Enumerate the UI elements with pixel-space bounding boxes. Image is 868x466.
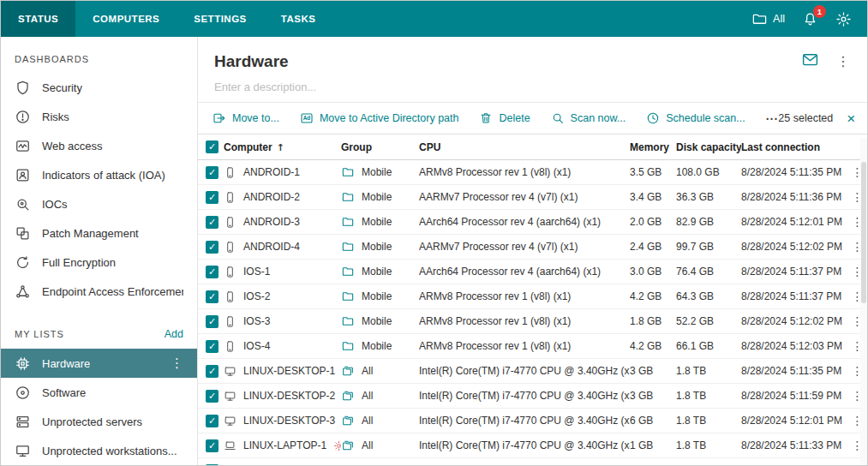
cpu-value: AARMv7 Processor rev 4 (v7l) (x1)	[419, 185, 630, 210]
send-report-button[interactable]	[801, 51, 819, 72]
last-connection-value: 8/28/2024 5:12:02 PM	[741, 309, 851, 334]
move-to-button[interactable]: Move to...	[213, 111, 279, 125]
page-options-menu-button[interactable]: ⋮	[836, 55, 850, 69]
row-checkbox[interactable]	[206, 439, 218, 452]
computer-name[interactable]: ANDROID-2	[243, 191, 300, 203]
encryption-icon	[15, 254, 31, 271]
computer-name[interactable]: LINUX-DESKTOP-3	[243, 415, 335, 427]
computer-name[interactable]: LINUX-DESKTOP-2	[243, 390, 335, 402]
column-header-memory[interactable]: Memory	[630, 134, 676, 160]
group-filter-button[interactable]: All	[751, 11, 785, 27]
tab-computers[interactable]: COMPUTERS	[75, 1, 177, 37]
sidebar-item-label: Hardware	[42, 357, 90, 370]
group-filter-label: All	[773, 13, 785, 25]
clear-selection-button[interactable]: ×	[847, 111, 855, 126]
scan-now-button[interactable]: Scan now...	[551, 111, 626, 125]
more-actions-button[interactable]: ...	[766, 110, 779, 127]
row-checkbox[interactable]	[206, 415, 218, 427]
row-checkbox[interactable]	[206, 216, 218, 229]
computer-name[interactable]: LINUX-LAPTOP-1	[243, 439, 326, 451]
sidebar-item-indicators-of-attack-ioa[interactable]: Indicators of attack (IOA)	[1, 160, 197, 189]
move-to-icon	[213, 111, 226, 125]
sidebar-item-iocs[interactable]: IOCs	[1, 189, 197, 218]
last-connection-value: 8/28/2024 5:12:01 PM	[741, 409, 851, 433]
delete-button[interactable]: Delete	[479, 111, 530, 125]
row-checkbox[interactable]	[206, 340, 218, 353]
column-header-computer[interactable]: Computer↑	[224, 134, 341, 160]
sidebar-item-web-access[interactable]: Web access	[1, 131, 197, 160]
settings-gear-button[interactable]	[835, 11, 852, 27]
column-header-last-connection[interactable]: Last connection	[741, 134, 851, 160]
sidebar-item-unprotected-servers[interactable]: Unprotected servers	[1, 407, 197, 436]
computer-name[interactable]: IOS-3	[243, 315, 270, 327]
tab-status[interactable]: STATUS	[1, 1, 75, 37]
body-layout: DASHBOARDS SecurityRisksWeb accessIndica…	[1, 37, 867, 465]
list-item-menu-button[interactable]: ⋮	[171, 355, 183, 371]
computer-name[interactable]: IOS-4	[243, 340, 270, 352]
tab-settings[interactable]: SETTINGS	[177, 1, 264, 37]
table-scrollbar[interactable]	[860, 138, 867, 465]
disk-capacity-value: 1.8 TB	[676, 359, 741, 384]
sidebar-item-full-encryption[interactable]: Full Encryption	[1, 248, 197, 277]
row-checkbox[interactable]	[206, 241, 218, 254]
memory-value: 3.5 GB	[630, 160, 676, 185]
notifications-button[interactable]: 1	[802, 11, 818, 27]
computer-name[interactable]: LINUX-DESKTOP-1	[243, 365, 335, 377]
sidebar-item-hardware[interactable]: Hardware⋮	[1, 349, 197, 378]
selected-count: 25 selected	[778, 112, 833, 124]
scrollbar-thumb[interactable]	[861, 162, 866, 303]
desktop-icon	[224, 415, 236, 427]
row-checkbox[interactable]	[206, 390, 218, 403]
web-access-icon	[15, 138, 31, 154]
row-checkbox[interactable]	[206, 166, 218, 179]
folders-icon	[341, 414, 355, 427]
column-header-disk-capacity[interactable]: Disk capacity	[676, 134, 741, 160]
toolbar-button-label: Delete	[499, 112, 530, 124]
sidebar-item-security[interactable]: Security	[1, 73, 197, 102]
sidebar-item-label: Full Encryption	[42, 256, 116, 269]
row-checkbox[interactable]	[206, 464, 218, 466]
sidebar-item-risks[interactable]: Risks	[1, 102, 197, 131]
last-connection-value: 8/28/2024 5:12:01 PM	[741, 210, 851, 235]
description-input[interactable]	[214, 75, 851, 102]
add-list-link[interactable]: Add	[165, 328, 183, 340]
computer-name[interactable]: ANDROID-1	[243, 166, 300, 178]
tab-tasks[interactable]: TASKS	[264, 1, 333, 37]
computer-name[interactable]: ANDROID-3	[243, 216, 300, 228]
desktop-icon	[224, 365, 236, 378]
row-checkbox[interactable]	[206, 315, 218, 328]
row-checkbox[interactable]	[206, 266, 218, 278]
sidebar-item-endpoint-access-enforcement[interactable]: Endpoint Access Enforcement	[1, 277, 197, 306]
main-header: Hardware ⋮	[198, 37, 867, 75]
main-header-actions: ⋮	[801, 51, 850, 72]
memory-value: 3 GB	[630, 359, 676, 384]
group-name: Mobile	[362, 315, 392, 327]
last-connection-value: 8/28/2024 5:11:37 PM	[741, 260, 851, 284]
gear-icon	[835, 11, 852, 27]
folder-icon	[341, 314, 355, 328]
row-checkbox[interactable]	[206, 191, 218, 204]
sidebar-item-unprotected-workstations[interactable]: Unprotected workstations...	[1, 436, 197, 465]
ad-icon: Ad	[341, 463, 355, 465]
move-to-active-directory-path-button[interactable]: AdMove to Active Directory path	[300, 111, 459, 125]
sidebar-item-software[interactable]: Software	[1, 378, 197, 407]
column-header-cpu[interactable]: CPU	[419, 134, 630, 160]
sidebar-item-patch-management[interactable]: Patch Management	[1, 218, 197, 248]
row-checkbox[interactable]	[206, 290, 218, 303]
computer-name[interactable]: ANDROID-4	[243, 241, 300, 253]
disk-capacity-value: 36.3 GB	[676, 185, 741, 210]
cpu-value: ARMv8 Processor rev 1 (v8l) (x1)	[419, 309, 630, 334]
memory-value: 6 GB	[630, 458, 676, 466]
schedule-scan-button[interactable]: Schedule scan...	[646, 111, 745, 125]
iocs-icon	[15, 196, 31, 212]
column-header-group[interactable]: Group	[341, 134, 419, 160]
disk-capacity-value: 1.8 TB	[676, 433, 741, 458]
computer-name[interactable]: IOS-2	[243, 290, 270, 302]
memory-value: 4.2 GB	[630, 334, 676, 359]
cpu-value: ARMv8 Processor rev 1 (v8l) (x1)	[419, 284, 630, 309]
computer-name[interactable]: MAC-DESKTOP-1	[243, 464, 327, 465]
row-checkbox[interactable]	[206, 365, 218, 378]
select-all-checkbox[interactable]	[206, 140, 218, 153]
folder-icon	[341, 190, 355, 204]
computer-name[interactable]: IOS-1	[243, 266, 270, 278]
